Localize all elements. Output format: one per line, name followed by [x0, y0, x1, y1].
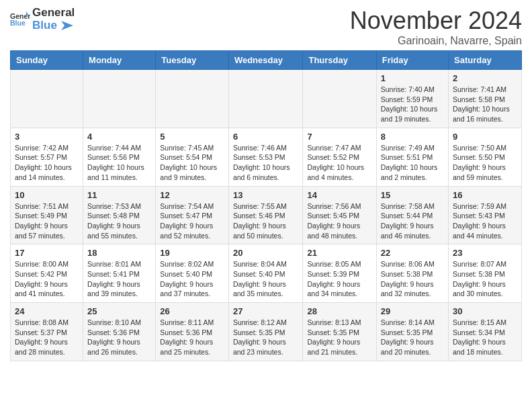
day-info: Sunrise: 8:07 AM Sunset: 5:38 PM Dayligh… [453, 259, 517, 299]
calendar-cell: 3Sunrise: 7:42 AM Sunset: 5:57 PM Daylig… [11, 128, 83, 186]
calendar-cell: 1Sunrise: 7:40 AM Sunset: 5:59 PM Daylig… [376, 70, 448, 128]
day-info: Sunrise: 8:04 AM Sunset: 5:40 PM Dayligh… [233, 259, 299, 299]
logo-blue: Blue [32, 19, 75, 32]
header: General Blue General Blue November 2024 … [10, 7, 522, 47]
calendar-cell [11, 70, 83, 128]
calendar-cell [156, 70, 229, 128]
day-info: Sunrise: 8:08 AM Sunset: 5:37 PM Dayligh… [15, 318, 79, 357]
day-info: Sunrise: 7:58 AM Sunset: 5:44 PM Dayligh… [381, 201, 444, 241]
day-number: 8 [381, 132, 444, 142]
day-info: Sunrise: 8:02 AM Sunset: 5:40 PM Dayligh… [160, 259, 224, 299]
day-info: Sunrise: 7:42 AM Sunset: 5:57 PM Dayligh… [15, 143, 79, 183]
calendar-cell: 2Sunrise: 7:41 AM Sunset: 5:58 PM Daylig… [449, 70, 522, 128]
day-number: 28 [307, 306, 371, 316]
day-info: Sunrise: 7:59 AM Sunset: 5:43 PM Dayligh… [453, 201, 517, 241]
day-info: Sunrise: 7:47 AM Sunset: 5:52 PM Dayligh… [307, 143, 371, 183]
day-number: 17 [15, 248, 79, 258]
logo-general: General [32, 7, 75, 19]
calendar-cell [228, 70, 303, 128]
day-info: Sunrise: 8:14 AM Sunset: 5:35 PM Dayligh… [381, 318, 444, 357]
day-info: Sunrise: 7:54 AM Sunset: 5:47 PM Dayligh… [160, 201, 224, 241]
col-tuesday: Tuesday [156, 51, 229, 70]
col-saturday: Saturday [449, 51, 522, 70]
day-number: 26 [160, 306, 224, 316]
calendar-week-row: 1Sunrise: 7:40 AM Sunset: 5:59 PM Daylig… [11, 70, 522, 128]
day-number: 10 [15, 190, 79, 200]
day-number: 22 [381, 248, 444, 258]
calendar-week-row: 24Sunrise: 8:08 AM Sunset: 5:37 PM Dayli… [11, 303, 522, 361]
day-number: 25 [87, 306, 151, 316]
day-number: 3 [15, 132, 79, 142]
calendar-week-row: 17Sunrise: 8:00 AM Sunset: 5:42 PM Dayli… [11, 244, 522, 303]
calendar-cell: 17Sunrise: 8:00 AM Sunset: 5:42 PM Dayli… [11, 244, 83, 303]
calendar-cell: 26Sunrise: 8:11 AM Sunset: 5:36 PM Dayli… [156, 303, 229, 361]
col-monday: Monday [83, 51, 156, 70]
day-number: 15 [381, 190, 444, 200]
calendar-week-row: 10Sunrise: 7:51 AM Sunset: 5:49 PM Dayli… [11, 186, 522, 244]
logo-icon: General Blue [10, 10, 30, 29]
day-info: Sunrise: 8:06 AM Sunset: 5:38 PM Dayligh… [381, 259, 444, 299]
calendar-cell: 8Sunrise: 7:49 AM Sunset: 5:51 PM Daylig… [376, 128, 448, 186]
day-number: 12 [160, 190, 224, 200]
calendar-cell: 27Sunrise: 8:12 AM Sunset: 5:35 PM Dayli… [228, 303, 303, 361]
month-title: November 2024 [350, 7, 522, 35]
day-number: 24 [15, 306, 79, 316]
day-number: 4 [87, 132, 151, 142]
col-sunday: Sunday [11, 51, 83, 70]
calendar-cell: 11Sunrise: 7:53 AM Sunset: 5:48 PM Dayli… [83, 186, 156, 244]
calendar-header-row: Sunday Monday Tuesday Wednesday Thursday… [11, 51, 522, 70]
calendar-cell: 28Sunrise: 8:13 AM Sunset: 5:35 PM Dayli… [303, 303, 376, 361]
day-info: Sunrise: 7:44 AM Sunset: 5:56 PM Dayligh… [87, 143, 151, 183]
day-number: 5 [160, 132, 224, 142]
calendar-cell: 18Sunrise: 8:01 AM Sunset: 5:41 PM Dayli… [83, 244, 156, 303]
day-info: Sunrise: 8:10 AM Sunset: 5:36 PM Dayligh… [87, 318, 151, 357]
title-block: November 2024 Garinoain, Navarre, Spain [350, 7, 522, 47]
calendar-cell: 13Sunrise: 7:55 AM Sunset: 5:46 PM Dayli… [228, 186, 303, 244]
day-number: 29 [381, 306, 444, 316]
svg-text:Blue: Blue [10, 19, 26, 27]
calendar-cell: 14Sunrise: 7:56 AM Sunset: 5:45 PM Dayli… [303, 186, 376, 244]
day-info: Sunrise: 7:46 AM Sunset: 5:53 PM Dayligh… [233, 143, 299, 183]
day-info: Sunrise: 7:53 AM Sunset: 5:48 PM Dayligh… [87, 201, 151, 241]
day-info: Sunrise: 8:11 AM Sunset: 5:36 PM Dayligh… [160, 318, 224, 357]
calendar-cell: 4Sunrise: 7:44 AM Sunset: 5:56 PM Daylig… [83, 128, 156, 186]
logo-arrow-icon [61, 21, 73, 30]
calendar-cell: 23Sunrise: 8:07 AM Sunset: 5:38 PM Dayli… [449, 244, 522, 303]
calendar-cell: 30Sunrise: 8:15 AM Sunset: 5:34 PM Dayli… [449, 303, 522, 361]
col-wednesday: Wednesday [228, 51, 303, 70]
day-info: Sunrise: 7:49 AM Sunset: 5:51 PM Dayligh… [381, 143, 444, 183]
day-number: 30 [453, 306, 517, 316]
calendar-cell: 19Sunrise: 8:02 AM Sunset: 5:40 PM Dayli… [156, 244, 229, 303]
calendar-cell: 10Sunrise: 7:51 AM Sunset: 5:49 PM Dayli… [11, 186, 83, 244]
day-number: 19 [160, 248, 224, 258]
calendar-cell: 5Sunrise: 7:45 AM Sunset: 5:54 PM Daylig… [156, 128, 229, 186]
day-info: Sunrise: 8:05 AM Sunset: 5:39 PM Dayligh… [307, 259, 371, 299]
day-number: 13 [233, 190, 299, 200]
day-info: Sunrise: 8:00 AM Sunset: 5:42 PM Dayligh… [15, 259, 79, 299]
col-thursday: Thursday [303, 51, 376, 70]
calendar-cell: 9Sunrise: 7:50 AM Sunset: 5:50 PM Daylig… [449, 128, 522, 186]
calendar-cell: 22Sunrise: 8:06 AM Sunset: 5:38 PM Dayli… [376, 244, 448, 303]
page-container: General Blue General Blue November 2024 … [0, 0, 532, 368]
col-friday: Friday [376, 51, 448, 70]
calendar-cell: 21Sunrise: 8:05 AM Sunset: 5:39 PM Dayli… [303, 244, 376, 303]
day-number: 20 [233, 248, 299, 258]
calendar-week-row: 3Sunrise: 7:42 AM Sunset: 5:57 PM Daylig… [11, 128, 522, 186]
day-number: 14 [307, 190, 371, 200]
day-info: Sunrise: 8:12 AM Sunset: 5:35 PM Dayligh… [233, 318, 299, 357]
day-number: 11 [87, 190, 151, 200]
day-info: Sunrise: 7:41 AM Sunset: 5:58 PM Dayligh… [453, 85, 517, 124]
day-number: 7 [307, 132, 371, 142]
day-number: 1 [381, 73, 444, 83]
calendar-cell: 16Sunrise: 7:59 AM Sunset: 5:43 PM Dayli… [449, 186, 522, 244]
calendar-table: Sunday Monday Tuesday Wednesday Thursday… [10, 50, 522, 361]
calendar-cell: 7Sunrise: 7:47 AM Sunset: 5:52 PM Daylig… [303, 128, 376, 186]
calendar-cell: 15Sunrise: 7:58 AM Sunset: 5:44 PM Dayli… [376, 186, 448, 244]
calendar-cell: 29Sunrise: 8:14 AM Sunset: 5:35 PM Dayli… [376, 303, 448, 361]
day-info: Sunrise: 8:13 AM Sunset: 5:35 PM Dayligh… [307, 318, 371, 357]
calendar-cell: 20Sunrise: 8:04 AM Sunset: 5:40 PM Dayli… [228, 244, 303, 303]
logo: General Blue General Blue [10, 7, 75, 32]
day-number: 9 [453, 132, 517, 142]
day-info: Sunrise: 7:45 AM Sunset: 5:54 PM Dayligh… [160, 143, 224, 183]
calendar-cell [83, 70, 156, 128]
